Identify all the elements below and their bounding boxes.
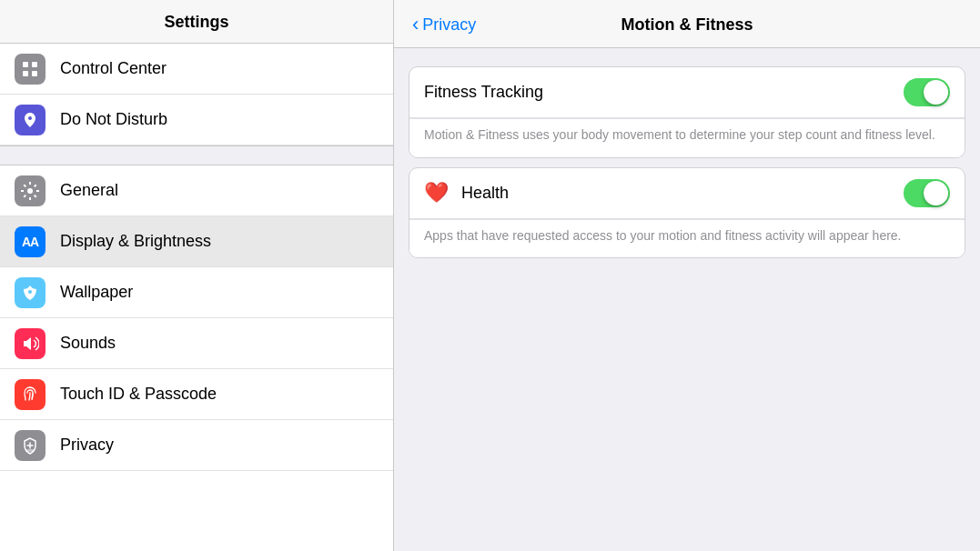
- main-header: ‹ Privacy Motion & Fitness: [394, 0, 980, 48]
- general-icon: [15, 175, 45, 206]
- health-icon: ❤️: [424, 183, 449, 203]
- main-content: Fitness Tracking Motion & Fitness uses y…: [394, 48, 980, 286]
- svg-point-5: [28, 290, 32, 294]
- privacy-icon: [15, 430, 45, 461]
- control-center-icon: [15, 54, 45, 85]
- sidebar-item-label: Display & Brightness: [60, 232, 211, 251]
- svg-rect-2: [23, 71, 28, 76]
- sidebar-item-label: Do Not Disturb: [60, 110, 167, 129]
- sidebar-item-label: Wallpaper: [60, 283, 133, 302]
- fitness-tracking-group: Fitness Tracking Motion & Fitness uses y…: [409, 66, 965, 158]
- sidebar-header: Settings: [0, 0, 393, 44]
- svg-rect-1: [32, 62, 37, 67]
- health-row: ❤️ Health: [409, 168, 965, 219]
- sidebar-item-control-center[interactable]: Control Center: [0, 44, 393, 95]
- do-not-disturb-icon: [15, 105, 45, 135]
- fitness-tracking-row: Fitness Tracking: [409, 67, 965, 118]
- health-label: Health: [461, 184, 904, 203]
- sounds-icon: [15, 328, 45, 359]
- touch-id-icon: [15, 379, 45, 410]
- sidebar-item-do-not-disturb[interactable]: Do Not Disturb: [0, 95, 393, 145]
- health-toggle[interactable]: [904, 179, 950, 207]
- sidebar-item-label: Sounds: [60, 334, 116, 353]
- svg-point-4: [27, 188, 33, 194]
- sidebar-item-label: Control Center: [60, 59, 167, 78]
- svg-rect-3: [32, 71, 37, 76]
- sidebar-item-wallpaper[interactable]: Wallpaper: [0, 267, 393, 318]
- wallpaper-icon: [15, 277, 45, 308]
- sidebar-item-label: Touch ID & Passcode: [60, 385, 217, 404]
- display-brightness-icon: AA: [15, 226, 45, 257]
- fitness-tracking-toggle[interactable]: [904, 78, 950, 106]
- back-chevron-icon: ‹: [412, 13, 419, 36]
- sidebar-item-general[interactable]: General: [0, 165, 393, 216]
- svg-rect-0: [23, 62, 28, 67]
- sidebar-title: Settings: [164, 13, 228, 31]
- sidebar: Settings Control Center Do Not Disturb: [0, 0, 394, 551]
- back-button[interactable]: ‹ Privacy: [412, 13, 476, 36]
- health-description-row: Apps that have requested access to your …: [409, 219, 965, 258]
- sidebar-item-label: Privacy: [60, 436, 114, 455]
- sidebar-item-touch-id-passcode[interactable]: Touch ID & Passcode: [0, 369, 393, 420]
- fitness-tracking-label: Fitness Tracking: [424, 83, 904, 102]
- section-divider: [0, 145, 393, 165]
- health-group: ❤️ Health Apps that have requested acces…: [409, 167, 965, 259]
- main-title: Motion & Fitness: [621, 15, 753, 35]
- fitness-tracking-description: Motion & Fitness uses your body movement…: [424, 127, 935, 142]
- toggle-knob: [924, 80, 948, 105]
- sidebar-item-privacy[interactable]: Privacy: [0, 420, 393, 471]
- sidebar-item-sounds[interactable]: Sounds: [0, 318, 393, 369]
- toggle-knob: [924, 181, 948, 205]
- main-panel: ‹ Privacy Motion & Fitness Fitness Track…: [394, 0, 980, 551]
- back-label: Privacy: [422, 15, 476, 35]
- sidebar-item-label: General: [60, 181, 118, 200]
- sidebar-item-display-brightness[interactable]: AA Display & Brightness: [0, 216, 393, 267]
- health-description: Apps that have requested access to your …: [424, 228, 902, 243]
- fitness-tracking-description-row: Motion & Fitness uses your body movement…: [409, 118, 965, 157]
